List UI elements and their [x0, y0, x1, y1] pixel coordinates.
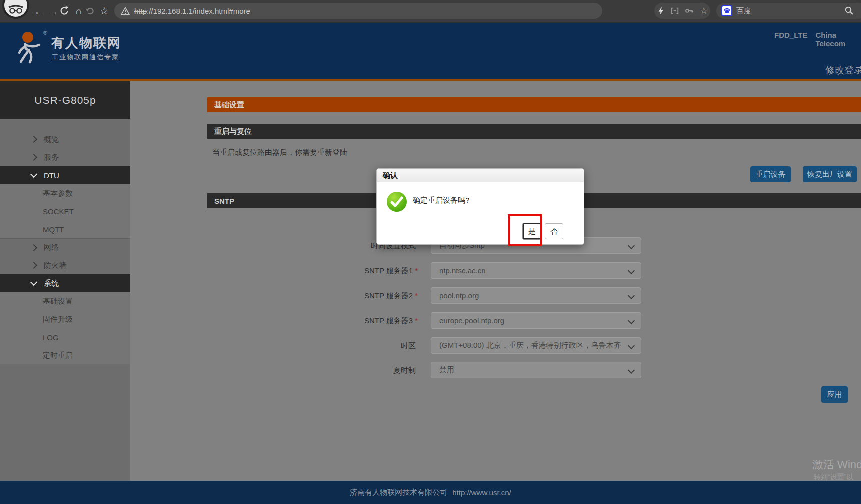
sntp-server3-label: SNTP 服务器3* — [250, 312, 418, 329]
reload-button[interactable] — [59, 6, 69, 16]
home-button[interactable]: ⌂ — [72, 0, 86, 22]
chevron-down-icon — [628, 342, 635, 350]
footer-website-link[interactable]: http://www.usr.cn/ — [452, 488, 511, 497]
url-rest: ://192.168.1.1/index.html#more — [147, 7, 250, 16]
chevron-down-icon — [30, 171, 37, 178]
sidebar-item-mqtt[interactable]: MQTT — [0, 220, 130, 238]
sntp-server1-select[interactable]: ntp.ntsc.ac.cn — [431, 262, 641, 279]
lightning-icon[interactable] — [657, 6, 665, 16]
search-box[interactable]: 百度 — [716, 3, 861, 19]
screenshot-icon[interactable] — [670, 6, 679, 16]
sntp-server1-label: SNTP 服务器1* — [250, 262, 418, 279]
chevron-down-icon — [628, 242, 635, 250]
sntp-server3-select[interactable]: europe.pool.ntp.org — [431, 312, 641, 329]
dst-label: 夏时制 — [250, 362, 418, 378]
chevron-down-icon — [628, 318, 635, 324]
yes-button[interactable]: 是 — [523, 224, 541, 240]
forward-button[interactable]: → — [46, 0, 60, 22]
form-row-sntp-server1: SNTP 服务器1* ntp.ntsc.ac.cn — [0, 262, 861, 279]
success-check-icon — [387, 192, 407, 212]
dialog-title-bar: 确认 — [377, 169, 584, 182]
change-password-link[interactable]: 修改登录密码 — [825, 64, 861, 77]
windows-activation-watermark-sub: 转到“设置”以 — [814, 473, 853, 482]
factory-reset-button[interactable]: 恢复出厂设置 — [803, 166, 857, 182]
bookmark-star-icon[interactable]: ☆ — [97, 0, 111, 22]
search-icon[interactable] — [844, 6, 854, 16]
timezone-select[interactable]: (GMT+08:00) 北京，重庆，香港特别行政区，乌鲁木齐 — [431, 338, 641, 354]
incognito-avatar[interactable] — [4, 0, 27, 17]
windows-activation-watermark: 激活 Wind — [812, 458, 861, 472]
chevron-down-icon — [628, 367, 635, 374]
chevron-down-icon — [628, 292, 635, 300]
not-secure-warning-icon — [121, 7, 130, 16]
device-model-panel: USR-G805p — [0, 82, 130, 119]
form-row-timezone: 时区 (GMT+08:00) 北京，重庆，香港特别行政区，乌鲁木齐 — [0, 338, 861, 354]
apply-button[interactable]: 应用 — [821, 386, 848, 403]
dst-select[interactable]: 禁用 — [431, 362, 641, 378]
sntp-server2-label: SNTP 服务器2* — [250, 288, 418, 304]
network-mode-badge: FDD_LTE — [774, 31, 807, 48]
chevron-down-icon — [628, 268, 635, 274]
timezone-label: 时区 — [250, 338, 418, 354]
incognito-icon — [8, 4, 24, 14]
sidebar-item-basic-params[interactable]: 基本参数 — [0, 184, 130, 202]
chevron-right-icon — [30, 154, 37, 161]
undo-icon[interactable] — [85, 6, 95, 16]
sidebar-item-overview[interactable]: 概览 — [0, 130, 130, 148]
back-button[interactable]: ← — [32, 0, 46, 22]
dialog-message: 确定重启设备吗? — [413, 196, 469, 206]
brand-title: 有人物联网 — [51, 34, 121, 52]
sidebar-item-dtu[interactable]: DTU — [0, 166, 130, 184]
chevron-down-icon — [30, 279, 37, 286]
form-row-dst: 夏时制 禁用 — [0, 362, 861, 378]
device-model: USR-G805p — [34, 94, 96, 106]
status-area: FDD_LTE China Telecom — [774, 31, 861, 48]
footer-company: 济南有人物联网技术有限公司 — [350, 488, 447, 498]
search-engine-label: 百度 — [736, 6, 751, 16]
restart-device-button[interactable]: 重启设备 — [750, 166, 791, 182]
section-header-restart-reset: 重启与复位 — [207, 124, 861, 139]
chevron-right-icon — [30, 136, 37, 143]
favorite-star-icon[interactable]: ☆ — [700, 3, 708, 19]
site-header: ® 有人物联网 工业物联网通信专家 FDD_LTE China Telecom … — [0, 22, 861, 79]
url-scheme: http — [134, 7, 147, 16]
key-icon[interactable] — [685, 6, 694, 16]
sntp-server2-select[interactable]: pool.ntp.org — [431, 288, 641, 304]
extension-icon-group: ☆ — [654, 3, 710, 19]
no-button[interactable]: 否 — [545, 224, 563, 240]
restart-note: 当重启或复位路由器后，你需要重新登陆 — [212, 148, 347, 158]
browser-toolbar: ← → ⌂ ☆ http://192.168.1.1/index.html#mo… — [0, 0, 861, 23]
sidebar-item-services[interactable]: 服务 — [0, 148, 130, 166]
sidebar: USR-G805p 概览 服务 DTU 基本参数 SOCKET MQTT 网络 … — [0, 82, 130, 481]
brand-slogan: 工业物联网通信专家 — [52, 53, 119, 62]
page-footer: 济南有人物联网技术有限公司 http://www.usr.cn/ — [0, 481, 861, 504]
url-text: http://192.168.1.1/index.html#more — [134, 7, 250, 16]
carrier-badge: China Telecom — [815, 31, 861, 48]
address-bar[interactable]: http://192.168.1.1/index.html#more — [114, 3, 602, 19]
baidu-logo-icon — [721, 6, 732, 16]
form-row-sntp-server3: SNTP 服务器3* europe.pool.ntp.org — [0, 312, 861, 329]
usr-logo — [15, 30, 44, 64]
sidebar-item-socket[interactable]: SOCKET — [0, 202, 130, 220]
form-row-sntp-server2: SNTP 服务器2* pool.ntp.org — [0, 288, 861, 304]
registered-mark: ® — [43, 30, 47, 36]
section-header-basic-settings: 基础设置 — [207, 98, 861, 112]
confirm-dialog: 确认 确定重启设备吗? 是 否 — [376, 168, 584, 245]
